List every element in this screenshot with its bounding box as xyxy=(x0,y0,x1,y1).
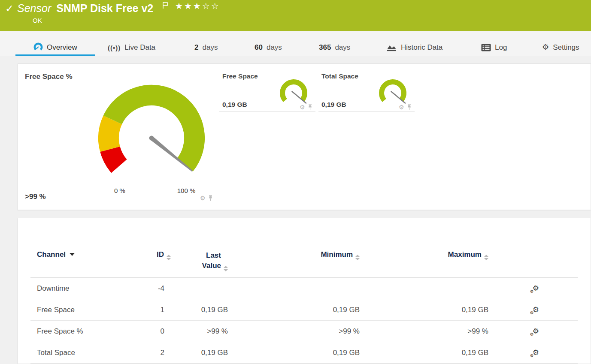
area-chart-icon xyxy=(387,43,397,51)
table-row-total-space: Total Space 2 0,19 GB 0,19 GB 0,19 GB ⚙⚙ xyxy=(30,342,578,364)
channel-settings-gears-icon[interactable]: ⚙⚙ xyxy=(533,348,539,357)
tab-60-days[interactable]: 60 days xyxy=(255,30,282,56)
log-icon xyxy=(481,44,491,51)
tab-settings-label: Settings xyxy=(553,43,579,52)
sensor-header: ✓ SensorSNMP Disk Free v2 ★★★☆☆ OK xyxy=(0,0,591,31)
gauge-scale-min-label: 0 % xyxy=(109,187,130,194)
mini-gauge-free-space-title: Free Space xyxy=(222,72,258,80)
channels-panel: Channel ID Last Value Minimum Maximum xyxy=(18,218,591,364)
gauge-settings-gear-icon[interactable]: ⚙ xyxy=(399,104,404,110)
channel-id: 0 xyxy=(146,321,171,342)
tab-historic-data-label: Historic Data xyxy=(401,43,442,52)
sort-descending-icon xyxy=(70,253,75,256)
tab-settings[interactable]: ⚙ Settings xyxy=(542,30,579,56)
channel-last-value: >99 % xyxy=(171,321,228,342)
column-header-channel-label: Channel xyxy=(37,250,66,259)
overview-gauges-panel: Free Space % 0 % 100 % >99 % ⚙ Free Spac… xyxy=(18,63,591,210)
gauge-settings-gear-icon[interactable]: ⚙ xyxy=(200,195,206,201)
sort-icon xyxy=(355,255,360,260)
object-kind-label: Sensor xyxy=(17,2,51,14)
channel-id: -4 xyxy=(146,278,171,299)
channel-settings-gears-icon[interactable]: ⚙⚙ xyxy=(533,284,539,292)
tab-historic-data[interactable]: Historic Data xyxy=(387,30,442,56)
column-header-last-value[interactable]: Last Value xyxy=(171,246,228,278)
tab-live-data-label: Live Data xyxy=(124,43,155,52)
table-header-row: Channel ID Last Value Minimum Maximum xyxy=(30,246,578,278)
channel-name: Total Space xyxy=(30,342,146,364)
channel-last-value xyxy=(171,278,228,299)
pin-icon[interactable] xyxy=(308,104,312,110)
mini-gauge-ring xyxy=(382,82,404,100)
broadcast-icon: ((•)) xyxy=(108,44,121,51)
column-header-minimum-label: Minimum xyxy=(321,250,353,259)
column-header-last-value-label: Last Value xyxy=(198,250,221,271)
column-header-channel[interactable]: Channel xyxy=(30,246,146,278)
primary-gauge-title: Free Space % xyxy=(25,72,73,81)
page-title: SNMP Disk Free v2 xyxy=(56,2,153,14)
stars-empty: ☆☆ xyxy=(202,1,220,11)
table-row-free-space: Free Space 1 0,19 GB 0,19 GB 0,19 GB ⚙⚙ xyxy=(30,299,578,321)
sensor-title-row: SensorSNMP Disk Free v2 xyxy=(17,2,153,15)
prtg-sensor-page: ✓ SensorSNMP Disk Free v2 ★★★☆☆ OK Overv… xyxy=(0,0,591,364)
channel-maximum: 0,19 GB xyxy=(360,342,488,364)
mini-gauge-total-space-value: 0,19 GB xyxy=(321,101,346,108)
tab-log-label: Log xyxy=(495,43,507,52)
tile-divider xyxy=(318,111,415,111)
sort-icon xyxy=(484,255,488,260)
gauge-needle-hub xyxy=(149,136,154,141)
channel-maximum: >99 % xyxy=(360,321,488,342)
channel-minimum: 0,19 GB xyxy=(228,342,360,364)
column-header-maximum-label: Maximum xyxy=(448,250,482,259)
gauge-yellow-segment xyxy=(109,120,112,149)
channel-minimum xyxy=(228,278,360,299)
tab-overview[interactable]: Overview xyxy=(33,30,77,56)
gear-icon: ⚙ xyxy=(542,43,549,51)
mini-gauge-ring xyxy=(282,82,305,100)
gauge-settings-gear-icon[interactable]: ⚙ xyxy=(300,104,305,110)
tab-overview-label: Overview xyxy=(47,43,77,52)
tab-365-days-unit: days xyxy=(335,43,350,52)
priority-stars[interactable]: ★★★☆☆ xyxy=(175,1,220,11)
primary-gauge-value: >99 % xyxy=(25,193,46,201)
tab-2-days-unit: days xyxy=(202,43,218,52)
gauge-scale-max-label: 100 % xyxy=(173,187,199,194)
column-header-id-label: ID xyxy=(157,250,164,259)
pin-icon[interactable] xyxy=(208,195,213,201)
table-row-free-space-percent: Free Space % 0 >99 % >99 % >99 % ⚙⚙ xyxy=(30,321,578,342)
tab-365-days[interactable]: 365 days xyxy=(319,30,350,56)
tab-live-data[interactable]: ((•)) Live Data xyxy=(108,30,155,56)
free-space-percent-gauge[interactable] xyxy=(94,83,209,186)
mini-gauge-total-space-title: Total Space xyxy=(321,72,358,80)
channel-name: Free Space xyxy=(30,299,146,321)
sort-icon xyxy=(167,255,171,260)
tab-2-days-number: 2 xyxy=(194,43,198,52)
channel-name: Downtime xyxy=(30,278,146,299)
gauge-green-segment xyxy=(112,95,194,165)
tab-log[interactable]: Log xyxy=(481,30,507,56)
channel-settings-gears-icon[interactable]: ⚙⚙ xyxy=(533,327,539,335)
channel-id: 1 xyxy=(146,299,171,321)
tab-60-days-unit: days xyxy=(267,43,282,52)
gauge-red-segment xyxy=(110,149,119,166)
tab-2-days[interactable]: 2 days xyxy=(194,30,218,56)
channel-last-value: 0,19 GB xyxy=(171,299,228,321)
column-header-minimum[interactable]: Minimum xyxy=(228,246,360,278)
active-tab-underline xyxy=(15,54,95,56)
stars-filled: ★★★ xyxy=(175,1,202,11)
channel-table: Channel ID Last Value Minimum Maximum xyxy=(30,246,578,364)
tab-365-days-number: 365 xyxy=(319,43,331,52)
flag-icon[interactable] xyxy=(162,2,169,11)
channel-minimum: 0,19 GB xyxy=(228,299,360,321)
channel-minimum: >99 % xyxy=(228,321,360,342)
column-header-id[interactable]: ID xyxy=(146,246,171,278)
channel-maximum: 0,19 GB xyxy=(360,299,488,321)
pin-icon[interactable] xyxy=(407,104,412,110)
mini-gauge-free-space-value: 0,19 GB xyxy=(222,101,247,108)
table-row-downtime: Downtime -4 ⚙⚙ xyxy=(30,278,578,299)
channel-last-value: 0,19 GB xyxy=(171,342,228,364)
column-header-settings xyxy=(488,246,578,278)
status-ok-check-icon: ✓ xyxy=(5,3,14,15)
column-header-maximum[interactable]: Maximum xyxy=(360,246,488,278)
channel-maximum xyxy=(360,278,488,299)
channel-settings-gears-icon[interactable]: ⚙⚙ xyxy=(533,305,539,314)
